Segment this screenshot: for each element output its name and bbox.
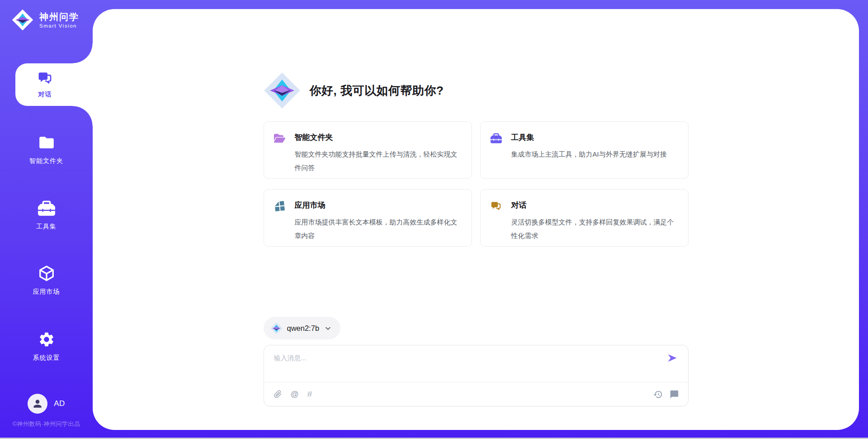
card-title: 智能文件夹	[295, 132, 461, 143]
sidebar-item-label: 应用市场	[33, 288, 60, 296]
chevron-down-icon	[325, 325, 331, 332]
folder-open-icon	[274, 132, 295, 178]
attachment-icon[interactable]	[273, 390, 282, 399]
greeting-text: 你好, 我可以如何帮助你?	[310, 83, 444, 99]
feature-cards: 智能文件夹 智能文件夹功能支持批量文件上传与清洗，轻松实现文件问答 工具集 集成…	[264, 121, 689, 247]
composer-toolbar: @ #	[264, 382, 688, 406]
sidebar-item-label: 系统设置	[33, 354, 60, 362]
sidebar-item-app-market[interactable]: 应用市场	[0, 265, 93, 296]
toolbox-icon	[491, 132, 511, 178]
card-chat[interactable]: 对话 灵活切换多模型文件，支持多样回复效果调试，满足个性化需求	[480, 189, 689, 247]
comment-icon[interactable]	[670, 390, 679, 399]
main-panel: 你好, 我可以如何帮助你? 智能文件夹 智能文件夹功能支持批量文件上传与清洗，轻…	[93, 9, 859, 430]
brand-logo-diamond-icon	[12, 9, 33, 31]
card-title: 应用市场	[295, 200, 461, 210]
card-smart-folder[interactable]: 智能文件夹 智能文件夹功能支持批量文件上传与清洗，轻松实现文件问答	[264, 121, 472, 179]
send-button[interactable]	[666, 352, 678, 364]
history-icon[interactable]	[653, 390, 663, 399]
card-title: 对话	[511, 200, 677, 210]
card-title: 工具集	[511, 132, 667, 143]
message-input[interactable]	[264, 345, 688, 382]
brand-tagline: Smart Vision	[39, 23, 79, 29]
hashtag-icon[interactable]: #	[307, 389, 312, 399]
sidebar-item-label: 对话	[38, 91, 52, 99]
avatar	[28, 394, 47, 414]
sidebar-item-smart-folder[interactable]: 智能文件夹	[0, 134, 93, 165]
card-toolset[interactable]: 工具集 集成市场上主流工具，助力AI与外界无缝扩展与对接	[480, 121, 689, 179]
sidebar-item-label: 智能文件夹	[29, 157, 63, 165]
sidebar-item-label: 工具集	[36, 223, 57, 231]
gear-icon	[38, 331, 55, 348]
model-name: qwen2:7b	[287, 324, 320, 333]
chat-icon	[491, 200, 511, 246]
send-icon	[666, 352, 678, 364]
grid-icon	[274, 200, 295, 246]
card-description: 智能文件夹功能支持批量文件上传与清洗，轻松实现文件问答	[295, 148, 461, 175]
card-description: 灵活切换多模型文件，支持多样回复效果调试，满足个性化需求	[511, 215, 677, 243]
message-composer: @ #	[264, 345, 689, 406]
person-icon	[32, 398, 43, 410]
brand-name: 神州问学	[39, 12, 79, 22]
model-logo-diamond-icon	[270, 322, 283, 334]
model-selector[interactable]: qwen2:7b	[264, 317, 341, 339]
brand: 神州问学 Smart Vision	[12, 9, 79, 31]
user-profile[interactable]: AD	[0, 394, 93, 414]
cube-icon	[38, 265, 55, 282]
copyright-text: ©神州数码·神州问学出品	[0, 420, 93, 428]
app-logo-diamond-icon	[264, 72, 301, 110]
sidebar-item-toolset[interactable]: 工具集	[0, 200, 93, 231]
greeting: 你好, 我可以如何帮助你?	[264, 72, 689, 110]
chat-icon	[38, 71, 53, 86]
sidebar: 神州问学 Smart Vision 对话 智能文件夹 工具集 应用	[0, 0, 93, 439]
user-name: AD	[54, 399, 65, 408]
folder-icon	[38, 134, 55, 151]
toolbox-icon	[38, 200, 55, 217]
sidebar-item-chat[interactable]: 对话	[15, 63, 93, 106]
card-description: 应用市场提供丰富长文本模板，助力高效生成多样化文章内容	[295, 215, 461, 243]
card-app-market[interactable]: 应用市场 应用市场提供丰富长文本模板，助力高效生成多样化文章内容	[264, 189, 472, 247]
card-description: 集成市场上主流工具，助力AI与外界无缝扩展与对接	[511, 148, 667, 161]
sidebar-item-settings[interactable]: 系统设置	[0, 331, 93, 362]
mention-icon[interactable]: @	[291, 390, 299, 399]
